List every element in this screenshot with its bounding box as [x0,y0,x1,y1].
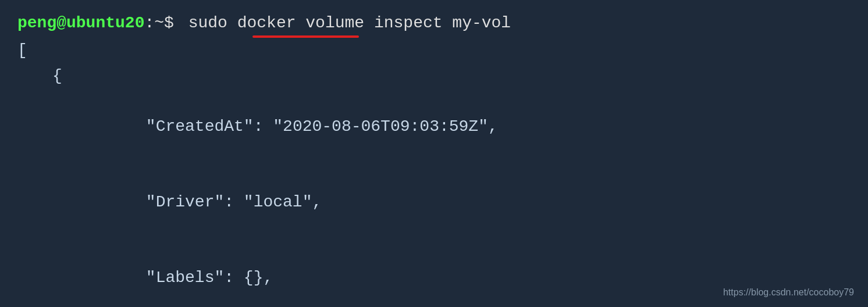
prompt-line: peng@ubuntu20:~$ sudo docker volume insp… [17,10,851,35]
prompt-symbol: :~$ [144,10,173,35]
value-driver: "local", [244,193,322,211]
colon-driver: : [224,193,244,211]
value-labels: {}, [244,269,273,287]
brace-open: { [17,63,851,88]
field-createdat: "CreatedAt": "2020-08-06T09:03:59Z", [17,88,851,164]
prompt-user: peng@ubuntu20 [17,10,144,35]
value-createdat: "2020-08-06T09:03:59Z", [273,117,497,135]
colon-labels: : [224,269,244,287]
outer-bracket-open: [ [17,38,851,63]
watermark: https://blog.csdn.net/cocoboy79 [723,285,854,300]
json-output: [ { "CreatedAt": "2020-08-06T09:03:59Z",… [17,38,851,307]
key-createdat: "CreatedAt" [146,117,254,135]
key-driver: "Driver" [146,193,224,211]
terminal-window: peng@ubuntu20:~$ sudo docker volume insp… [0,0,868,307]
colon-createdat: : [254,117,273,135]
prompt-command: sudo docker volume inspect my-vol [188,10,511,35]
key-labels: "Labels" [146,269,224,287]
field-driver: "Driver": "local", [17,164,851,240]
